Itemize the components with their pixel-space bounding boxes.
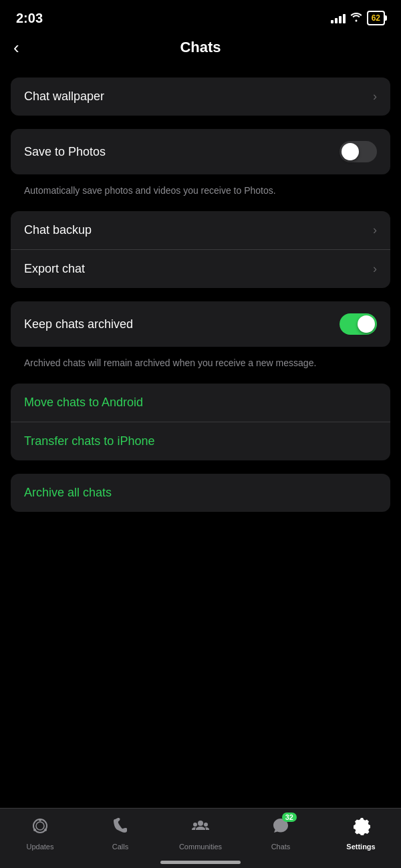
save-to-photos-item: Save to Photos bbox=[11, 129, 390, 174]
tab-bar: Updates Calls Communities bbox=[0, 808, 401, 868]
svg-point-5 bbox=[198, 821, 203, 826]
tab-communities[interactable]: Communities bbox=[160, 817, 241, 851]
archive-section: Keep chats archived Archived chats will … bbox=[11, 301, 390, 370]
communities-icon bbox=[191, 817, 210, 840]
svg-point-4 bbox=[33, 829, 36, 831]
tab-calls[interactable]: Calls bbox=[80, 817, 160, 851]
archive-all-section: Archive all chats bbox=[11, 474, 390, 512]
keep-archived-toggle[interactable] bbox=[340, 313, 377, 335]
photos-description: Automatically save photos and videos you… bbox=[11, 178, 390, 198]
archive-all-card: Archive all chats bbox=[11, 474, 390, 512]
photos-card: Save to Photos bbox=[11, 129, 390, 174]
svg-point-6 bbox=[193, 823, 197, 827]
photos-section: Save to Photos Automatically save photos… bbox=[11, 129, 390, 198]
status-icons: 62 bbox=[331, 11, 385, 25]
settings-icon bbox=[352, 817, 370, 840]
svg-point-1 bbox=[36, 822, 44, 830]
chat-wallpaper-item[interactable]: Chat wallpaper › bbox=[11, 78, 390, 116]
transfer-to-iphone-item[interactable]: Transfer chats to iPhone bbox=[11, 422, 390, 460]
backup-card: Chat backup › Export chat › bbox=[11, 211, 390, 288]
tab-chats[interactable]: 32 Chats bbox=[241, 817, 321, 851]
calls-icon bbox=[111, 817, 130, 840]
updates-label: Updates bbox=[27, 843, 54, 851]
archive-card: Keep chats archived bbox=[11, 301, 390, 347]
wallpaper-card: Chat wallpaper › bbox=[11, 78, 390, 116]
keep-archived-label: Keep chats archived bbox=[24, 317, 133, 331]
move-to-android-item[interactable]: Move chats to Android bbox=[11, 384, 390, 422]
chats-label: Chats bbox=[271, 843, 291, 851]
svg-point-3 bbox=[44, 829, 47, 831]
tab-updates[interactable]: Updates bbox=[0, 817, 80, 851]
chevron-right-icon: › bbox=[373, 262, 377, 276]
save-to-photos-label: Save to Photos bbox=[24, 145, 106, 159]
chat-wallpaper-label: Chat wallpaper bbox=[24, 90, 104, 104]
keep-archived-item: Keep chats archived bbox=[11, 301, 390, 347]
archive-all-item[interactable]: Archive all chats bbox=[11, 474, 390, 512]
transfer-section: Move chats to Android Transfer chats to … bbox=[11, 384, 390, 460]
save-to-photos-toggle[interactable] bbox=[340, 141, 377, 162]
calls-label: Calls bbox=[112, 843, 128, 851]
chat-backup-label: Chat backup bbox=[24, 223, 92, 237]
battery-icon: 62 bbox=[367, 11, 385, 25]
tab-settings[interactable]: Settings bbox=[321, 817, 401, 851]
archive-description: Archived chats will remain archived when… bbox=[11, 351, 390, 370]
signal-bars-icon bbox=[331, 13, 346, 23]
status-bar: 2:03 62 bbox=[0, 0, 401, 33]
status-time: 2:03 bbox=[16, 11, 43, 26]
wifi-icon bbox=[350, 11, 363, 25]
page-title: Chats bbox=[180, 39, 221, 56]
nav-header: ‹ Chats bbox=[0, 33, 401, 67]
chats-badge: 32 bbox=[282, 813, 297, 822]
archive-all-label: Archive all chats bbox=[24, 486, 112, 500]
chats-icon: 32 bbox=[271, 817, 290, 840]
chevron-right-icon: › bbox=[373, 223, 377, 237]
chat-backup-item[interactable]: Chat backup › bbox=[11, 211, 390, 250]
updates-icon bbox=[31, 817, 49, 840]
back-button[interactable]: ‹ bbox=[13, 39, 19, 56]
settings-label: Settings bbox=[346, 843, 375, 851]
chevron-right-icon: › bbox=[373, 90, 377, 104]
backup-section: Chat backup › Export chat › bbox=[11, 211, 390, 288]
home-indicator bbox=[160, 861, 241, 864]
export-chat-label: Export chat bbox=[24, 262, 85, 276]
export-chat-item[interactable]: Export chat › bbox=[11, 250, 390, 288]
svg-point-7 bbox=[204, 823, 208, 827]
svg-point-2 bbox=[39, 819, 41, 821]
communities-label: Communities bbox=[179, 843, 222, 851]
main-content: Chat wallpaper › Save to Photos Automati… bbox=[0, 67, 401, 525]
transfer-card: Move chats to Android Transfer chats to … bbox=[11, 384, 390, 460]
move-to-android-label: Move chats to Android bbox=[24, 396, 143, 410]
transfer-to-iphone-label: Transfer chats to iPhone bbox=[24, 434, 154, 448]
wallpaper-section: Chat wallpaper › bbox=[11, 78, 390, 116]
